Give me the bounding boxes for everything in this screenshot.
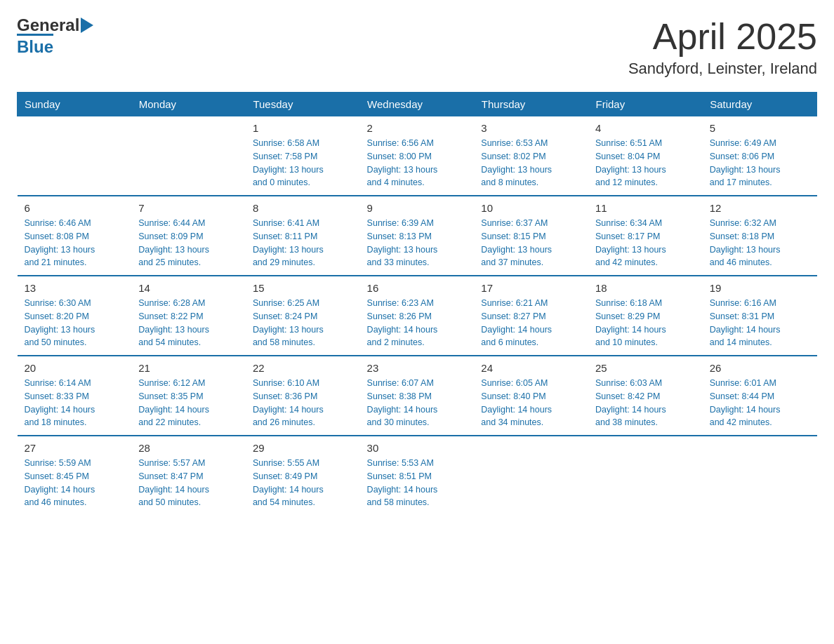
weekday-header-monday: Monday [131,93,246,116]
calendar-cell: 17Sunrise: 6:21 AM Sunset: 8:27 PM Dayli… [474,276,588,356]
day-number: 29 [253,442,353,454]
calendar-cell: 29Sunrise: 5:55 AM Sunset: 8:49 PM Dayli… [246,436,360,515]
day-info: Sunrise: 6:56 AM Sunset: 8:00 PM Dayligh… [367,137,468,189]
calendar-cell: 30Sunrise: 5:53 AM Sunset: 8:51 PM Dayli… [360,436,475,515]
day-info: Sunrise: 6:28 AM Sunset: 8:22 PM Dayligh… [138,297,239,349]
logo-blue-text: Blue [17,34,53,57]
calendar-cell: 5Sunrise: 6:49 AM Sunset: 8:06 PM Daylig… [703,116,817,196]
day-number: 3 [481,122,581,134]
calendar-cell: 27Sunrise: 5:59 AM Sunset: 8:45 PM Dayli… [18,436,132,515]
calendar-cell: 8Sunrise: 6:41 AM Sunset: 8:11 PM Daylig… [246,196,360,276]
calendar-week-row: 1Sunrise: 6:58 AM Sunset: 7:58 PM Daylig… [18,116,817,196]
weekday-header-saturday: Saturday [703,93,817,116]
calendar-cell: 3Sunrise: 6:53 AM Sunset: 8:02 PM Daylig… [474,116,588,196]
day-number: 14 [138,282,239,294]
day-info: Sunrise: 6:21 AM Sunset: 8:27 PM Dayligh… [481,297,581,349]
day-info: Sunrise: 5:53 AM Sunset: 8:51 PM Dayligh… [367,457,468,509]
calendar-header-row: SundayMondayTuesdayWednesdayThursdayFrid… [18,93,817,116]
day-info: Sunrise: 6:34 AM Sunset: 8:17 PM Dayligh… [595,217,696,269]
day-number: 18 [595,282,696,294]
calendar-cell: 15Sunrise: 6:25 AM Sunset: 8:24 PM Dayli… [246,276,360,356]
day-number: 1 [253,122,353,134]
day-number: 13 [25,282,125,294]
day-info: Sunrise: 6:10 AM Sunset: 8:36 PM Dayligh… [253,377,353,429]
logo: General Blue [17,17,93,57]
calendar-cell: 10Sunrise: 6:37 AM Sunset: 8:15 PM Dayli… [474,196,588,276]
day-number: 27 [25,442,125,454]
day-number: 25 [595,362,696,374]
calendar-cell [588,436,703,515]
calendar-cell: 7Sunrise: 6:44 AM Sunset: 8:09 PM Daylig… [131,196,246,276]
calendar-cell: 12Sunrise: 6:32 AM Sunset: 8:18 PM Dayli… [703,196,817,276]
day-info: Sunrise: 6:12 AM Sunset: 8:35 PM Dayligh… [138,377,239,429]
day-info: Sunrise: 5:55 AM Sunset: 8:49 PM Dayligh… [253,457,353,509]
calendar-cell: 22Sunrise: 6:10 AM Sunset: 8:36 PM Dayli… [246,356,360,436]
weekday-header-friday: Friday [588,93,703,116]
weekday-header-wednesday: Wednesday [360,93,475,116]
day-number: 30 [367,442,468,454]
day-number: 10 [481,202,581,214]
day-info: Sunrise: 5:57 AM Sunset: 8:47 PM Dayligh… [138,457,239,509]
day-info: Sunrise: 6:58 AM Sunset: 7:58 PM Dayligh… [253,137,353,189]
day-number: 11 [595,202,696,214]
day-info: Sunrise: 6:51 AM Sunset: 8:04 PM Dayligh… [595,137,696,189]
calendar-cell: 23Sunrise: 6:07 AM Sunset: 8:38 PM Dayli… [360,356,475,436]
day-info: Sunrise: 6:37 AM Sunset: 8:15 PM Dayligh… [481,217,581,269]
day-info: Sunrise: 6:18 AM Sunset: 8:29 PM Dayligh… [595,297,696,349]
calendar-cell: 20Sunrise: 6:14 AM Sunset: 8:33 PM Dayli… [18,356,132,436]
calendar-cell: 19Sunrise: 6:16 AM Sunset: 8:31 PM Dayli… [703,276,817,356]
calendar-cell: 26Sunrise: 6:01 AM Sunset: 8:44 PM Dayli… [703,356,817,436]
day-info: Sunrise: 6:49 AM Sunset: 8:06 PM Dayligh… [710,137,810,189]
month-title: April 2025 [628,17,817,57]
day-number: 16 [367,282,468,294]
calendar-cell [474,436,588,515]
weekday-header-thursday: Thursday [474,93,588,116]
day-number: 4 [595,122,696,134]
day-number: 23 [367,362,468,374]
calendar-cell: 24Sunrise: 6:05 AM Sunset: 8:40 PM Dayli… [474,356,588,436]
day-number: 24 [481,362,581,374]
day-info: Sunrise: 6:44 AM Sunset: 8:09 PM Dayligh… [138,217,239,269]
svg-marker-0 [81,18,93,33]
calendar-week-row: 13Sunrise: 6:30 AM Sunset: 8:20 PM Dayli… [18,276,817,356]
location-text: Sandyford, Leinster, Ireland [628,60,817,78]
day-number: 12 [710,202,810,214]
title-block: April 2025 Sandyford, Leinster, Ireland [628,17,817,78]
day-info: Sunrise: 6:03 AM Sunset: 8:42 PM Dayligh… [595,377,696,429]
day-info: Sunrise: 6:53 AM Sunset: 8:02 PM Dayligh… [481,137,581,189]
page-header: General Blue April 2025 Sandyford, Leins… [17,17,817,78]
calendar-week-row: 20Sunrise: 6:14 AM Sunset: 8:33 PM Dayli… [18,356,817,436]
day-info: Sunrise: 6:46 AM Sunset: 8:08 PM Dayligh… [25,217,125,269]
day-info: Sunrise: 6:30 AM Sunset: 8:20 PM Dayligh… [25,297,125,349]
logo-arrow-icon [81,18,93,33]
day-number: 7 [138,202,239,214]
calendar-cell: 4Sunrise: 6:51 AM Sunset: 8:04 PM Daylig… [588,116,703,196]
day-number: 8 [253,202,353,214]
day-number: 22 [253,362,353,374]
day-info: Sunrise: 5:59 AM Sunset: 8:45 PM Dayligh… [25,457,125,509]
day-number: 9 [367,202,468,214]
day-info: Sunrise: 6:41 AM Sunset: 8:11 PM Dayligh… [253,217,353,269]
day-info: Sunrise: 6:01 AM Sunset: 8:44 PM Dayligh… [710,377,810,429]
day-number: 15 [253,282,353,294]
calendar-cell: 28Sunrise: 5:57 AM Sunset: 8:47 PM Dayli… [131,436,246,515]
calendar-cell: 21Sunrise: 6:12 AM Sunset: 8:35 PM Dayli… [131,356,246,436]
calendar-cell: 11Sunrise: 6:34 AM Sunset: 8:17 PM Dayli… [588,196,703,276]
weekday-header-sunday: Sunday [18,93,132,116]
calendar-cell: 18Sunrise: 6:18 AM Sunset: 8:29 PM Dayli… [588,276,703,356]
day-info: Sunrise: 6:14 AM Sunset: 8:33 PM Dayligh… [25,377,125,429]
day-number: 21 [138,362,239,374]
day-number: 2 [367,122,468,134]
day-number: 6 [25,202,125,214]
calendar-cell: 1Sunrise: 6:58 AM Sunset: 7:58 PM Daylig… [246,116,360,196]
calendar-cell: 9Sunrise: 6:39 AM Sunset: 8:13 PM Daylig… [360,196,475,276]
day-info: Sunrise: 6:05 AM Sunset: 8:40 PM Dayligh… [481,377,581,429]
calendar-cell: 6Sunrise: 6:46 AM Sunset: 8:08 PM Daylig… [18,196,132,276]
day-number: 17 [481,282,581,294]
calendar-cell: 14Sunrise: 6:28 AM Sunset: 8:22 PM Dayli… [131,276,246,356]
calendar-cell [131,116,246,196]
day-info: Sunrise: 6:07 AM Sunset: 8:38 PM Dayligh… [367,377,468,429]
weekday-header-tuesday: Tuesday [246,93,360,116]
day-number: 26 [710,362,810,374]
day-info: Sunrise: 6:32 AM Sunset: 8:18 PM Dayligh… [710,217,810,269]
